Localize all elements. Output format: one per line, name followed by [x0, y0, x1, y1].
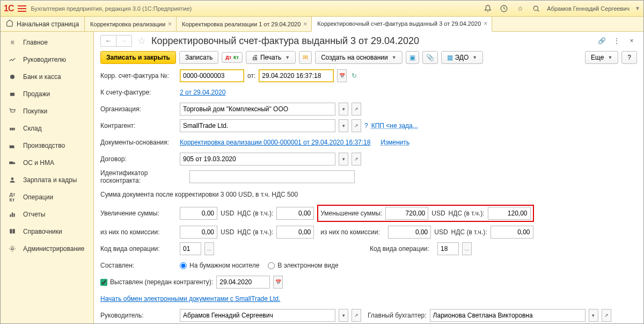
edo-start-link[interactable]: Начать обмен электронными документами с …	[100, 295, 280, 303]
manager-open[interactable]: ↗	[352, 309, 361, 322]
calendar-icon[interactable]: 📅	[337, 69, 347, 82]
mail-icon: ✉	[303, 54, 308, 61]
opcode2-input[interactable]	[437, 242, 459, 255]
attach-button[interactable]: 📎	[422, 51, 438, 64]
manager-input[interactable]	[180, 309, 335, 322]
refresh-icon[interactable]: ↻	[350, 71, 358, 80]
kpp-link[interactable]: КПП <не зада...	[371, 122, 418, 129]
mail-button[interactable]: ✉	[299, 51, 312, 64]
more-vert-icon[interactable]: ⋮	[611, 35, 622, 46]
comm1-sum[interactable]	[180, 226, 217, 239]
label-composed: Составлен:	[100, 262, 177, 269]
print-button[interactable]: 🖨Печать▼	[246, 51, 296, 64]
opcode1-input[interactable]	[180, 242, 201, 255]
edo-button[interactable]: ▦ЭДО▼	[441, 51, 484, 64]
search-icon[interactable]	[531, 3, 541, 14]
basis-doc-link[interactable]: Корректировка реализации 0000-000001 от …	[180, 139, 370, 146]
save-button[interactable]: Записать	[179, 51, 218, 64]
sidebar-item-reports[interactable]: Отчеты	[1, 206, 93, 223]
radio-paper[interactable]: На бумажном носителе	[180, 262, 259, 269]
gosid-input[interactable]	[189, 170, 355, 183]
tab-home-label: Начальная страница	[17, 20, 79, 28]
star-icon[interactable]: ☆	[515, 3, 525, 14]
opcode2-picker[interactable]: …	[462, 242, 472, 255]
sidebar-item-ops[interactable]: ДтКтОперации	[1, 189, 93, 206]
contract-dropdown[interactable]: ▾	[339, 153, 348, 165]
help-button[interactable]: ?	[621, 51, 637, 64]
cp-open[interactable]: ↗	[352, 119, 361, 132]
label-counterparty: Контрагент:	[100, 122, 177, 129]
opcode1-picker[interactable]: …	[204, 242, 214, 255]
link-icon[interactable]: 🔗	[596, 35, 607, 46]
label-comm2: из них по комиссии:	[320, 228, 385, 236]
tab-home[interactable]: Начальная страница	[1, 17, 85, 31]
tab-2[interactable]: Корректировочный счет-фактура выданный 3…	[312, 17, 492, 32]
sidebar-item-refs[interactable]: Справочники	[1, 223, 93, 240]
decrease-vat[interactable]	[488, 207, 531, 220]
logo-1c: 1C	[4, 4, 13, 13]
sidebar-item-label: Зарплата и кадры	[23, 176, 77, 184]
bell-icon[interactable]	[482, 3, 493, 14]
contract-input[interactable]	[180, 153, 335, 165]
svg-rect-5	[12, 128, 13, 131]
dtkt-button[interactable]: ДтКт	[222, 52, 243, 63]
increase-sum[interactable]	[180, 207, 217, 220]
sidebar-item-bank[interactable]: Банк и касса	[1, 68, 93, 85]
manager-dropdown[interactable]: ▾	[339, 309, 348, 322]
sidebar-item-label: Руководителю	[23, 56, 66, 63]
sidebar-item-sales[interactable]: Продажи	[1, 85, 93, 103]
sidebar-item-production[interactable]: Производство	[1, 137, 93, 154]
sidebar-item-admin[interactable]: Администрирование	[1, 240, 93, 257]
decrease-sum[interactable]	[385, 207, 428, 220]
tab-0[interactable]: Корректировка реализации ×	[85, 17, 177, 31]
history-icon[interactable]	[499, 3, 509, 14]
sidebar-item-assets[interactable]: ОС и НМА	[1, 154, 93, 171]
radio-electronic[interactable]: В электронном виде	[268, 262, 338, 269]
close-icon[interactable]: ×	[168, 20, 172, 28]
chief-dropdown[interactable]: ▾	[589, 309, 598, 322]
comm1-vat[interactable]	[276, 226, 314, 239]
forward-button[interactable]: →	[116, 35, 131, 46]
issued-calendar[interactable]: 📅	[273, 276, 283, 289]
close-icon[interactable]: ×	[303, 20, 307, 28]
number-input[interactable]	[180, 69, 244, 82]
sidebar-item-manager[interactable]: Руководителю	[1, 51, 93, 68]
contract-open[interactable]: ↗	[352, 153, 361, 165]
date-input[interactable]	[259, 69, 334, 82]
money-icon	[8, 73, 17, 81]
org-dropdown[interactable]: ▾	[339, 103, 348, 116]
org-input[interactable]	[180, 103, 335, 116]
hamburger-icon[interactable]	[18, 5, 26, 12]
change-link[interactable]: Изменить	[380, 139, 409, 146]
comm2-vat[interactable]	[491, 226, 533, 239]
sidebar-item-main[interactable]: ≡Главное	[1, 34, 93, 51]
tab-1[interactable]: Корректировка реализации 1 от 29.04.2020…	[177, 17, 312, 31]
chevron-down-icon[interactable]: ▼	[635, 5, 640, 11]
issued-checkbox[interactable]: Выставлен (передан контрагенту):	[100, 278, 213, 286]
help-icon[interactable]: ?	[364, 122, 368, 129]
sidebar-item-hr[interactable]: Зарплата и кадры	[1, 171, 93, 189]
issued-date[interactable]	[216, 276, 270, 289]
sidebar-item-label: ОС и НМА	[23, 159, 54, 167]
sidebar-item-warehouse[interactable]: Склад	[1, 120, 93, 137]
related-button[interactable]: ▣	[406, 51, 419, 64]
save-close-button[interactable]: Записать и закрыть	[100, 51, 176, 64]
sidebar-item-purchases[interactable]: Покупки	[1, 103, 93, 120]
more-button[interactable]: Еще▼	[585, 51, 618, 64]
back-button[interactable]: ←	[101, 35, 116, 46]
create-based-button[interactable]: Создать на основании▼	[315, 51, 402, 64]
user-name[interactable]: Абрамов Геннадий Сергеевич	[547, 5, 630, 12]
close-content-icon[interactable]: ×	[626, 35, 637, 46]
close-icon[interactable]: ×	[484, 20, 487, 27]
counterparty-input[interactable]	[180, 119, 335, 132]
cp-dropdown[interactable]: ▾	[339, 119, 348, 132]
sidebar-item-label: Операции	[23, 193, 53, 201]
comm2-sum[interactable]	[388, 226, 431, 239]
composed-radio-group: На бумажном носителе В электронном виде	[180, 262, 339, 269]
chief-acc-input[interactable]	[430, 309, 586, 322]
chief-open[interactable]: ↗	[602, 309, 611, 322]
to-invoice-link[interactable]: 2 от 29.04.2020	[180, 89, 225, 96]
increase-vat[interactable]	[276, 207, 314, 220]
favorite-toggle[interactable]: ☆	[137, 35, 146, 47]
org-open[interactable]: ↗	[352, 103, 361, 116]
